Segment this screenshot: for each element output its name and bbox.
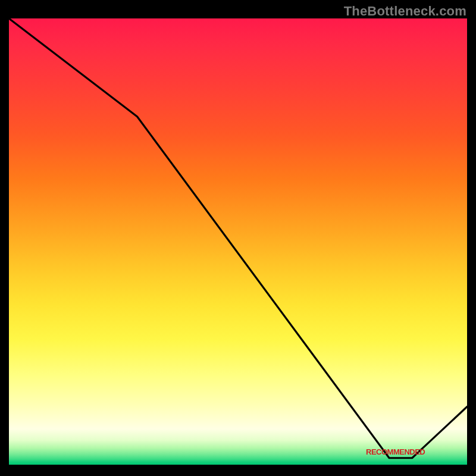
watermark-text: TheBottleneck.com	[0, 4, 476, 19]
gradient-background	[9, 18, 467, 465]
recommended-label: RECOMMENDED	[366, 447, 425, 456]
plot-area: RECOMMENDED	[9, 18, 467, 465]
chart-frame: TheBottleneck.com RECOMMENDED	[0, 0, 476, 476]
